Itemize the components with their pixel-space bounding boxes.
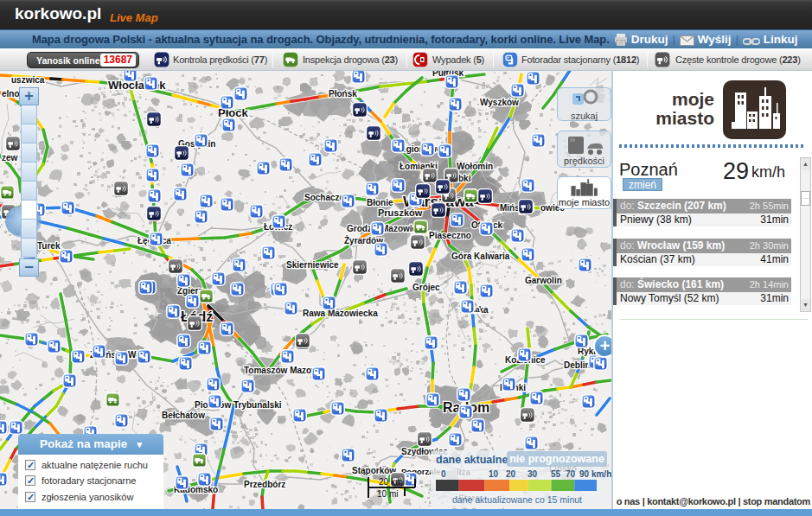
svg-text:zew: zew [2, 153, 18, 162]
svg-text:Turek: Turek [37, 241, 61, 251]
svg-text:20 km: 20 km [379, 477, 402, 487]
svg-text:Rawa Mazowiecka: Rawa Mazowiecka [303, 309, 378, 318]
svg-text:Płońsk: Płońsk [329, 89, 357, 99]
svg-text:Bełchatów: Bełchatów [162, 411, 205, 420]
svg-text:Wołomin: Wołomin [457, 162, 493, 171]
svg-text:Deblin: Deblin [564, 360, 591, 370]
svg-text:10 mi: 10 mi [377, 489, 398, 499]
svg-text:Wyszków: Wyszków [480, 98, 519, 107]
svg-text:Piaseczno: Piaseczno [429, 231, 471, 240]
svg-text:bki: bki [458, 174, 471, 183]
svg-text:Skierniewice: Skierniewice [286, 260, 339, 270]
svg-text:Grójec: Grójec [412, 283, 440, 292]
svg-text:uszwica: uszwica [11, 75, 45, 85]
svg-text:Tomaszów Mazow: Tomaszów Mazow [244, 366, 318, 375]
svg-text:Garwolin: Garwolin [525, 276, 562, 285]
svg-text:Przedbórz: Przedbórz [244, 480, 285, 489]
svg-text:Stąporków: Stąporków [352, 466, 396, 475]
svg-text:elno: elno [2, 89, 20, 99]
svg-text:Góra Kalwaria: Góra Kalwaria [451, 252, 510, 261]
svg-text:Błonie: Błonie [367, 198, 393, 207]
svg-text:Pruszków: Pruszków [378, 207, 423, 218]
